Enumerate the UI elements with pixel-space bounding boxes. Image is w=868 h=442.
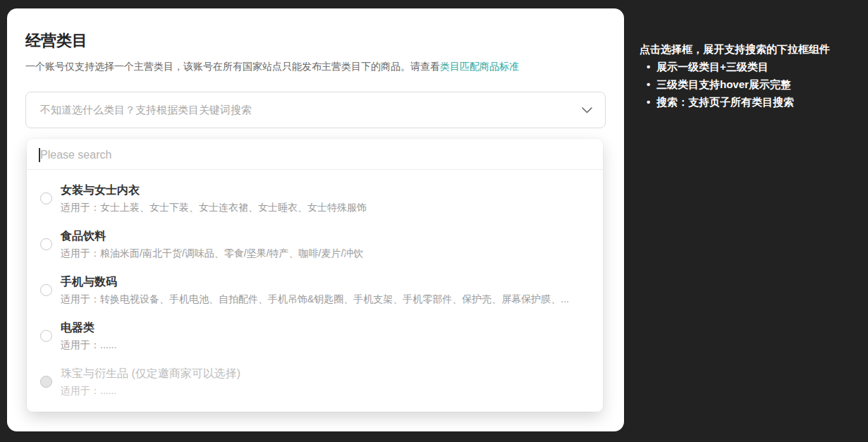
radio-icon[interactable] — [40, 284, 52, 296]
option-description: 适用于：...... — [61, 383, 240, 398]
search-row — [27, 139, 603, 170]
option-text: 食品饮料 适用于：粮油米面/南北干货/调味品、零食/坚果/特产、咖啡/麦片/冲饮 — [61, 228, 363, 260]
category-select[interactable]: 不知道选什么类目？支持根据类目关键词搜索 — [25, 92, 606, 128]
annotation-bullet-list: • 展示一级类目+三级类目 • 三级类目支持hover展示完整 • 搜索：支持页… — [640, 58, 865, 111]
category-option[interactable]: 手机与数码 适用于：转换电视设备、手机电池、自拍配件、手机吊饰&钥匙圈、手机支架… — [27, 267, 603, 313]
annotation-headline: 点击选择框，展开支持搜索的下拉框组件 — [640, 41, 865, 58]
subtitle-text: 一个账号仅支持选择一个主营类目，该账号在所有国家站点只能发布主营类目下的商品。请… — [25, 61, 440, 72]
option-description: 适用于：...... — [61, 338, 116, 352]
option-title: 食品饮料 — [61, 228, 363, 244]
option-description: 适用于：粮油米面/南北干货/调味品、零食/坚果/特产、咖啡/麦片/冲饮 — [61, 246, 363, 260]
select-placeholder: 不知道选什么类目？支持根据类目关键词搜索 — [40, 104, 582, 117]
option-title: 电器类 — [61, 320, 116, 336]
option-title: 手机与数码 — [61, 274, 569, 290]
category-option[interactable]: 电器类 适用于：...... — [27, 313, 603, 359]
category-option: 珠宝与衍生品 (仅定邀商家可以选择) 适用于：...... — [27, 359, 603, 405]
search-input[interactable] — [40, 149, 590, 161]
radio-icon — [40, 376, 52, 388]
annotation-bullet: • 三级类目支持hover展示完整 — [640, 75, 865, 93]
annotation-bullet: • 展示一级类目+三级类目 — [640, 58, 865, 75]
category-option[interactable]: 食品饮料 适用于：粮油米面/南北干货/调味品、零食/坚果/特产、咖啡/麦片/冲饮 — [27, 221, 603, 267]
option-title: 女装与女士内衣 — [61, 183, 367, 198]
bullet-icon: • — [647, 75, 656, 93]
bullet-text: 展示一级类目+三级类目 — [656, 58, 769, 75]
bullet-icon: • — [647, 93, 656, 111]
option-text: 女装与女士内衣 适用于：女士上装、女士下装、女士连衣裙、女士睡衣、女士特殊服饰 — [61, 183, 367, 214]
annotation-panel: 点击选择框，展开支持搜索的下拉框组件 • 展示一级类目+三级类目 • 三级类目支… — [640, 41, 865, 111]
text-caret — [39, 148, 40, 162]
category-options-list: 女装与女士内衣 适用于：女士上装、女士下装、女士连衣裙、女士睡衣、女士特殊服饰 … — [27, 170, 603, 405]
radio-icon[interactable] — [40, 238, 52, 250]
option-text: 珠宝与衍生品 (仅定邀商家可以选择) 适用于：...... — [61, 366, 240, 398]
category-option[interactable]: 女装与女士内衣 适用于：女士上装、女士下装、女士连衣裙、女士睡衣、女士特殊服饰 — [27, 176, 603, 221]
option-text: 手机与数码 适用于：转换电视设备、手机电池、自拍配件、手机吊饰&钥匙圈、手机支架… — [61, 274, 569, 306]
category-standard-link[interactable]: 类目匹配商品标准 — [440, 61, 519, 72]
category-card: 经营类目 一个账号仅支持选择一个主营类目，该账号在所有国家站点只能发布主营类目下… — [7, 8, 624, 431]
dropdown-panel: 女装与女士内衣 适用于：女士上装、女士下装、女士连衣裙、女士睡衣、女士特殊服饰 … — [27, 139, 603, 412]
option-text: 电器类 适用于：...... — [61, 320, 116, 352]
bullet-text: 三级类目支持hover展示完整 — [656, 75, 791, 93]
radio-icon[interactable] — [40, 192, 52, 204]
bullet-icon: • — [647, 58, 656, 75]
bullet-text: 搜索：支持页子所有类目搜索 — [656, 93, 794, 111]
subtitle: 一个账号仅支持选择一个主营类目，该账号在所有国家站点只能发布主营类目下的商品。请… — [25, 59, 606, 73]
annotation-bullet: • 搜索：支持页子所有类目搜索 — [640, 93, 865, 111]
option-description: 适用于：转换电视设备、手机电池、自拍配件、手机吊饰&钥匙圈、手机支架、手机零部件… — [61, 292, 569, 306]
option-description: 适用于：女士上装、女士下装、女士连衣裙、女士睡衣、女士特殊服饰 — [61, 200, 367, 214]
page-title: 经营类目 — [25, 31, 606, 51]
option-title: 珠宝与衍生品 (仅定邀商家可以选择) — [61, 366, 240, 381]
radio-icon[interactable] — [40, 330, 52, 342]
chevron-down-icon[interactable] — [582, 107, 592, 113]
